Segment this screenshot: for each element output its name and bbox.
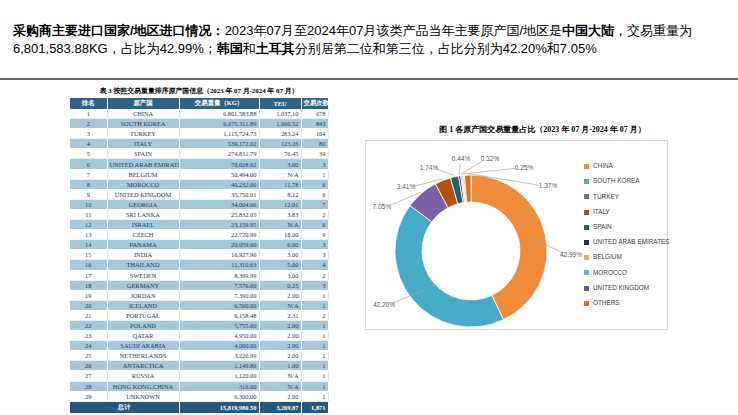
legend-swatch-icon [584, 194, 589, 199]
legend-label: UNITED KINGDOM [593, 285, 649, 291]
legend-swatch-icon [584, 240, 589, 245]
table-row: 14PANAMA20,059.006.003 [70, 240, 328, 250]
legend-swatch-icon [584, 301, 589, 306]
table-cell: 1 [301, 331, 328, 341]
table-cell: N/A [259, 371, 301, 381]
table-cell: 3 [301, 240, 328, 250]
total-cell: 3,269.87 [259, 401, 301, 413]
table-cell: GERMANY [107, 280, 179, 290]
table-cell: SAUDI ARABIA [107, 341, 179, 351]
table-row: 24SAUDI ARABIA4,000.002.001 [70, 341, 328, 351]
legend-swatch-icon [584, 225, 589, 230]
table-cell: ANTARCTICA [107, 361, 179, 371]
table-cell: 843 [301, 119, 328, 129]
table-cell: 15 [70, 250, 107, 260]
table-cell: 28 [70, 381, 107, 391]
table-cell: 1 [301, 169, 328, 179]
table-cell: ISRAEL [107, 220, 179, 230]
column-header: 排名 [70, 98, 107, 109]
legend-label: CHINA [593, 163, 613, 169]
table-panel: 表 3 按照交易重量排序原产国信息（2023 年 07 月-2024 年 07 … [70, 86, 328, 413]
table-cell: UNITED ARAB EMIRATES [107, 159, 179, 169]
table-cell: 6 [301, 189, 328, 199]
legend-item: TURKEY [584, 193, 670, 200]
table-cell: 274,831.79 [179, 149, 259, 159]
table-cell: CZECH [107, 230, 179, 240]
legend-swatch-icon [584, 255, 589, 260]
legend-item: OTHERS [584, 300, 670, 307]
data-label: 1.74% [420, 164, 439, 171]
table-cell: 6,300.00 [179, 391, 259, 401]
table-cell: N/A [259, 169, 301, 179]
table-cell: 22 [70, 320, 107, 330]
legend-item: SPAIN [584, 224, 670, 231]
table-cell: 3 [301, 159, 328, 169]
table-cell: RUSSIA [107, 371, 179, 381]
table-cell: 539,172.02 [179, 139, 259, 149]
table-cell: 3,220.99 [179, 351, 259, 361]
data-label: 42.99% [560, 251, 582, 258]
table-cell: 1.00 [259, 361, 301, 371]
table-cell: 3.00 [259, 250, 301, 260]
table-cell: 1,115,724.73 [179, 129, 259, 139]
legend-item: BELGIUM [584, 254, 670, 261]
table-total-row: 总计15,819,980.503,269.871,871 [70, 401, 328, 413]
legend-label: SOUTH KOREA [593, 178, 640, 184]
legend-item: UNITED KINGDOM [584, 285, 670, 292]
table-row: 20ICELAND6,500.00N/A1 [70, 300, 328, 310]
table-cell: PANAMA [107, 240, 179, 250]
summary-segment: 土耳其 [256, 41, 295, 56]
table-cell: 21 [70, 310, 107, 320]
legend-item: UNITED ARAB EMIRATES [584, 239, 670, 246]
table-body: 1CHINA6,801,583.881,037.106782SOUTH KORE… [70, 109, 328, 401]
table-row: 6UNITED ARAB EMIRATES70,028.623.003 [70, 159, 328, 169]
legend-label: TURKEY [593, 194, 619, 200]
table-cell: 50,494.00 [179, 169, 259, 179]
table-cell: 8 [70, 179, 107, 189]
table-cell: 26 [70, 361, 107, 371]
table-cell: 2.00 [259, 331, 301, 341]
total-cell: 总计 [70, 401, 179, 413]
table-cell: 34,004.66 [179, 199, 259, 209]
table-row: 3TURKEY1,115,724.73283.24164 [70, 129, 328, 139]
label-leader-line [463, 168, 515, 173]
summary-segment: 中国大陆 [562, 23, 614, 38]
table-cell: 14 [70, 240, 107, 250]
summary-segment: 分别居第二位和第三位，占比分别为42.20%和7.05% [295, 41, 597, 56]
data-label: 0.44% [452, 155, 471, 162]
table-row: 12ISRAEL23,159.95N/A6 [70, 220, 328, 230]
table-cell: HONG KONG,CHINA [107, 381, 179, 391]
table-row: 11SRI LANKA25,832.053.832 [70, 209, 328, 219]
table-cell: ITALY [107, 139, 179, 149]
table-cell: 1,660.52 [259, 119, 301, 129]
table-cell: 3.00 [259, 270, 301, 280]
table-cell: 11,310.63 [179, 260, 259, 270]
table-cell: INDIA [107, 250, 179, 260]
legend-label: ITALY [593, 209, 610, 215]
table-cell: 4 [301, 260, 328, 270]
table-cell: 5.00 [259, 260, 301, 270]
table-cell: 22,720.99 [179, 230, 259, 240]
table-cell: 678 [301, 109, 328, 119]
chart-area: 42.99%42.20%7.05%3.41%1.74%0.44%0.32%0.2… [365, 140, 668, 330]
table-cell: 2 [70, 119, 107, 129]
table-cell: 6,675,311.89 [179, 119, 259, 129]
table-cell: N/A [259, 300, 301, 310]
table-cell: SOUTH KOREA [107, 119, 179, 129]
table-row: 29UNKNOWN6,300.002.001 [70, 391, 328, 401]
data-label: 1.37% [539, 182, 558, 189]
table-cell: 5 [70, 149, 107, 159]
table-cell: 12.01 [259, 199, 301, 209]
data-label: 7.05% [373, 203, 392, 210]
table-cell: 11.78 [259, 179, 301, 189]
table-row: 7BELGIUM50,494.00N/A1 [70, 169, 328, 179]
table-row: 10GEORGIA34,004.6612.017 [70, 199, 328, 209]
summary-segment: 韩国 [217, 41, 243, 56]
legend-label: OTHERS [593, 300, 620, 306]
table-cell: 7 [301, 199, 328, 209]
column-header: 交易次数 [301, 98, 328, 109]
total-cell: 15,819,980.50 [179, 401, 259, 413]
table-cell: 25,832.05 [179, 209, 259, 219]
table-cell: 2.00 [259, 341, 301, 351]
table-cell: 27 [70, 371, 107, 381]
